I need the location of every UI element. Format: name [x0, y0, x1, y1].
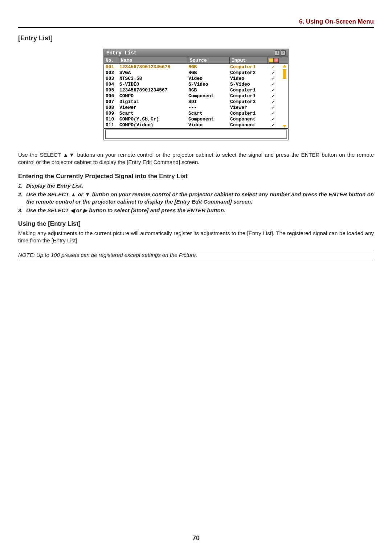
paragraph-1: Use the SELECT ▲▼ buttons on your remote…	[18, 151, 374, 166]
status-bar	[104, 128, 288, 140]
subheading-2: Using the [Entry List]	[18, 220, 374, 228]
col-no: No.	[104, 57, 119, 64]
window-titlebar: Entry List ? ×	[104, 49, 288, 57]
close-icon[interactable]: ×	[281, 50, 286, 56]
page-number: 70	[0, 534, 392, 542]
paragraph-2: Making any adjustments to the current pi…	[18, 230, 374, 245]
entry-list-window: Entry List ? × No. Name Source Input 001…	[103, 49, 289, 140]
steps-list: 1.Display the Entry List.2.Use the SELEC…	[18, 182, 374, 214]
window-title: Entry List	[106, 50, 137, 56]
step-item: 3.Use the SELECT ◀ or ▶ button to select…	[18, 207, 374, 214]
step-item: 1.Display the Entry List.	[18, 182, 374, 189]
scroll-thumb[interactable]	[283, 69, 286, 79]
col-input: Input	[230, 57, 268, 64]
skip-icon	[274, 58, 279, 63]
scroll-down-icon[interactable]	[283, 125, 286, 128]
help-icon[interactable]: ?	[275, 50, 280, 56]
table-row[interactable]: 008Viewer---Viewer✓	[104, 105, 288, 111]
step-item: 2.Use the SELECT ▲ or ▼ button on your r…	[18, 191, 374, 206]
table-row[interactable]: 002SVGARGBComputer2✓	[104, 70, 288, 76]
col-source: Source	[188, 57, 230, 64]
note-text: NOTE: Up to 100 presets can be registere…	[18, 251, 374, 259]
subheading-1: Entering the Currently Projected Signal …	[18, 173, 374, 180]
table-row[interactable]: 00512345678901234567RGBComputer1✓	[104, 87, 288, 93]
scroll-up-icon[interactable]	[283, 65, 286, 67]
table-row[interactable]: 004S-VIDEOS-VideoS-Video✓	[104, 82, 288, 87]
table-body: 001123456789012345678RGBComputer1✓002SVG…	[104, 64, 288, 128]
table-row[interactable]: 006COMPOComponentComputer1✓	[104, 93, 288, 99]
lock-icon	[269, 58, 274, 63]
table-row[interactable]: 007DigitalSDIComputer3✓	[104, 99, 288, 105]
table-row[interactable]: 010COMPO(Y,Cb,Cr)ComponentComponent✓	[104, 116, 288, 122]
table-header: No. Name Source Input	[104, 57, 288, 64]
table-row[interactable]: 009ScartScartComputer1✓	[104, 111, 288, 116]
table-row[interactable]: 011COMPO(Video)VideoComponent✓	[104, 122, 288, 128]
scrollbar[interactable]	[282, 64, 287, 128]
section-header: 6. Using On-Screen Menu	[18, 18, 374, 28]
table-row[interactable]: 001123456789012345678RGBComputer1✓	[104, 64, 288, 70]
col-name: Name	[119, 57, 188, 64]
page-subtitle: [Entry List]	[18, 34, 374, 42]
table-row[interactable]: 003NTSC3.58VideoVideo✓	[104, 76, 288, 82]
